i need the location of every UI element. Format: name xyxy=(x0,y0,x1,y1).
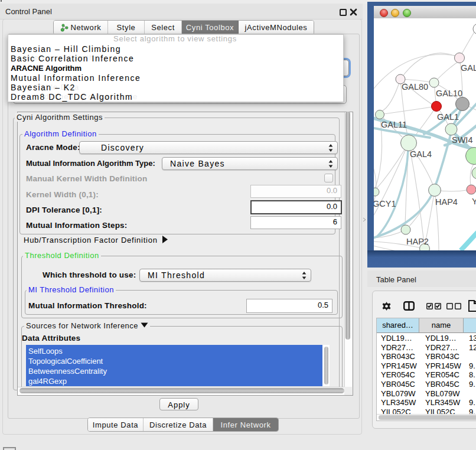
svg-text:GAL1: GAL1 xyxy=(437,112,459,122)
svg-text:GAL11: GAL11 xyxy=(381,120,407,129)
svg-text:GAL2: GAL2 xyxy=(461,63,476,73)
svg-text:GAL10: GAL10 xyxy=(436,89,462,98)
svg-text:GCY1: GCY1 xyxy=(374,199,396,208)
svg-text:SWI4: SWI4 xyxy=(452,135,472,145)
svg-text:Y: Y xyxy=(472,197,476,206)
svg-text:GAL80: GAL80 xyxy=(402,82,428,92)
svg-text:HAP2: HAP2 xyxy=(406,237,429,246)
svg-text:GAL4: GAL4 xyxy=(410,149,432,159)
svg-text:HAP4: HAP4 xyxy=(435,197,458,207)
